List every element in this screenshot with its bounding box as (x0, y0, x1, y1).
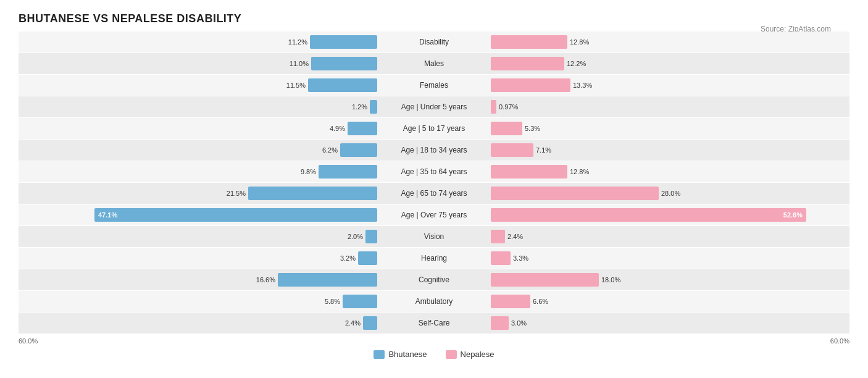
bar-pink (491, 35, 567, 49)
bar-blue (370, 100, 377, 114)
bar-left-container: 11.2% (19, 35, 378, 49)
table-row: 21.5%Age | 65 to 74 years28.0% (19, 183, 849, 204)
table-row: 2.0%Vision2.4% (19, 226, 849, 247)
bar-right-container: 5.3% (490, 122, 849, 135)
row-label: Self-Care (378, 319, 490, 327)
row-label: Age | 5 to 17 years (378, 124, 490, 133)
bar-right-container: 28.0% (490, 187, 849, 200)
value-left: 3.2% (340, 254, 356, 262)
bar-blue (343, 295, 377, 308)
bar-blue (311, 57, 377, 70)
bar-right-container: 7.1% (490, 143, 849, 157)
legend-bhutanese-box (373, 350, 385, 359)
value-right: 18.0% (601, 276, 620, 284)
table-row: 1.2%Age | Under 5 years0.97% (19, 96, 849, 117)
value-left: 2.0% (348, 233, 363, 240)
row-label: Females (378, 81, 490, 90)
row-label: Hearing (378, 254, 490, 262)
bar-blue (319, 165, 377, 178)
x-axis-right: 60.0% (830, 337, 849, 345)
value-right: 12.8% (570, 38, 589, 46)
bar-left-container: 9.8% (19, 165, 378, 178)
x-axis-left: 60.0% (19, 337, 38, 345)
bar-left-container: 16.6% (19, 273, 378, 287)
value-left: 5.8% (325, 298, 340, 305)
legend-nepalese: Nepalese (446, 350, 495, 359)
row-label: Vision (378, 232, 490, 241)
bar-right-container: 2.4% (490, 230, 849, 243)
table-row: 11.2%Disability12.8% (19, 32, 849, 52)
bar-right-container: 3.3% (490, 251, 849, 265)
value-left: 16.6% (256, 276, 275, 284)
value-right: 3.3% (513, 254, 528, 262)
bar-pink (491, 187, 659, 200)
table-row: 16.6%Cognitive18.0% (19, 269, 849, 290)
bar-left-container: 3.2% (19, 251, 378, 265)
row-label: Age | Under 5 years (378, 103, 490, 111)
bar-left-container: 6.2% (19, 143, 378, 157)
bar-left-container: 4.9% (19, 122, 378, 135)
x-axis: 60.0% 60.0% (19, 337, 849, 345)
bar-pink (491, 273, 599, 287)
bar-right-container: 3.0% (490, 316, 849, 330)
bar-pink (491, 100, 496, 114)
row-label: Age | 65 to 74 years (378, 189, 490, 198)
row-label: Ambulatory (378, 297, 490, 306)
bar-pink (491, 316, 509, 330)
bar-right-container: 52.6% (490, 208, 849, 222)
bar-left-container: 2.0% (19, 230, 378, 243)
value-left: 9.8% (301, 168, 316, 175)
bar-blue (358, 251, 377, 265)
bar-blue: 47.1% (94, 208, 377, 222)
bar-right-container: 13.3% (490, 78, 849, 92)
value-left: 4.9% (330, 125, 345, 132)
bar-blue (310, 35, 377, 49)
bar-left-container: 1.2% (19, 100, 378, 114)
bar-pink: 52.6% (491, 208, 806, 222)
bar-blue (348, 122, 377, 135)
row-label: Age | 18 to 34 years (378, 146, 490, 154)
value-right: 6.6% (533, 298, 548, 305)
value-left: 11.5% (286, 82, 306, 89)
bar-blue (365, 230, 377, 243)
bar-pink (491, 78, 570, 92)
value-right: 3.0% (511, 319, 527, 327)
value-right: 13.3% (573, 82, 592, 89)
legend: Bhutanese Nepalese (19, 350, 849, 359)
bar-left-container: 11.5% (19, 78, 378, 92)
row-label: Cognitive (378, 275, 490, 284)
value-right: 0.97% (499, 103, 518, 111)
bar-right-container: 12.8% (490, 35, 849, 49)
value-right: 12.8% (570, 168, 589, 175)
table-row: 47.1%Age | Over 75 years52.6% (19, 204, 849, 225)
row-label: Males (378, 59, 490, 68)
table-row: 2.4%Self-Care3.0% (19, 313, 849, 334)
bar-pink (491, 295, 530, 308)
table-row: 4.9%Age | 5 to 17 years5.3% (19, 118, 849, 139)
value-left-inside: 47.1% (98, 211, 117, 219)
bar-left-container: 21.5% (19, 187, 378, 200)
value-left: 21.5% (227, 190, 246, 197)
value-left: 6.2% (322, 146, 338, 154)
chart-title: BHUTANESE VS NEPALESE DISABILITY (19, 12, 849, 25)
table-row: 9.8%Age | 35 to 64 years12.8% (19, 161, 849, 182)
table-row: 11.0%Males12.2% (19, 53, 849, 74)
value-left: 11.0% (290, 60, 309, 67)
bar-pink (491, 230, 505, 243)
table-row: 5.8%Ambulatory6.6% (19, 291, 849, 312)
legend-bhutanese-label: Bhutanese (388, 350, 427, 359)
bar-blue (340, 143, 377, 157)
row-label: Age | Over 75 years (378, 211, 490, 219)
bar-left-container: 5.8% (19, 295, 378, 308)
legend-bhutanese: Bhutanese (373, 350, 427, 359)
legend-nepalese-label: Nepalese (461, 350, 495, 359)
bar-blue (308, 78, 377, 92)
value-right: 28.0% (661, 190, 680, 197)
bar-right-container: 18.0% (490, 273, 849, 287)
table-row: 3.2%Hearing3.3% (19, 248, 849, 269)
value-left: 11.2% (288, 38, 307, 46)
bar-left-container: 47.1% (19, 208, 378, 222)
row-label: Disability (378, 38, 490, 46)
bar-pink (491, 251, 511, 265)
bar-pink (491, 143, 533, 157)
